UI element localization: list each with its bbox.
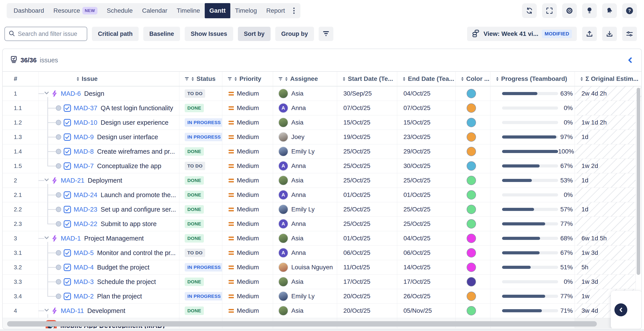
- horizontal-scrollbar[interactable]: [7, 321, 597, 326]
- progress-cell[interactable]: 53%: [490, 173, 574, 188]
- priority-cell[interactable]: Medium: [222, 275, 273, 289]
- status-cell[interactable]: DONE: [179, 275, 222, 289]
- status-cell[interactable]: DONE: [179, 173, 222, 188]
- status-cell[interactable]: DONE: [179, 202, 222, 216]
- help-button[interactable]: ?: [622, 3, 637, 18]
- estimate-cell[interactable]: 2w 4d 2h: [574, 86, 641, 101]
- start-date-cell[interactable]: 11/Oct/25: [337, 260, 397, 274]
- progress-cell[interactable]: 71%: [490, 303, 574, 318]
- end-date-cell[interactable]: 04/Oct/25: [397, 86, 455, 101]
- tab-dashboard[interactable]: Dashboard: [9, 3, 49, 18]
- color-cell[interactable]: [455, 202, 490, 216]
- priority-cell[interactable]: Medium: [222, 246, 273, 260]
- status-cell[interactable]: DONE: [179, 144, 222, 159]
- assignee-cell[interactable]: Louisa Nguyen: [273, 260, 337, 274]
- dependency-handle[interactable]: [56, 250, 61, 255]
- priority-cell[interactable]: Medium: [222, 159, 273, 173]
- progress-cell[interactable]: 100%: [490, 144, 574, 159]
- estimate-cell[interactable]: [574, 101, 641, 115]
- assignee-cell[interactable]: Emily Ly: [273, 202, 337, 216]
- estimate-cell[interactable]: 1d: [574, 130, 641, 144]
- issue-key-link[interactable]: MAD-2: [74, 293, 94, 300]
- estimate-cell[interactable]: 1w 1d 2h: [574, 115, 641, 130]
- dependency-handle[interactable]: [56, 207, 61, 212]
- status-cell[interactable]: IN PROGRESS: [179, 289, 222, 303]
- color-cell[interactable]: [455, 217, 490, 231]
- start-date-cell[interactable]: 20/Oct/25: [337, 289, 397, 303]
- progress-cell[interactable]: 0%: [490, 101, 574, 115]
- status-cell[interactable]: DONE: [179, 231, 222, 245]
- start-date-cell[interactable]: 15/Oct/25: [337, 115, 397, 130]
- more-tabs-button[interactable]: [290, 7, 298, 15]
- issue-key-link[interactable]: MAD-1: [61, 235, 81, 242]
- progress-cell[interactable]: 0%: [490, 188, 574, 202]
- issue-key-link[interactable]: MAD-22: [74, 220, 97, 228]
- estimate-cell[interactable]: [574, 217, 641, 231]
- progress-cell[interactable]: 67%: [490, 246, 574, 260]
- column-header-start-date-te-[interactable]: Start Date (Te...: [337, 72, 397, 86]
- end-date-cell[interactable]: 30/Oct/25: [397, 159, 455, 173]
- estimate-cell[interactable]: 1w 3d: [574, 246, 641, 260]
- start-date-cell[interactable]: 07/Oct/25: [337, 101, 397, 115]
- issue-key-link[interactable]: MAD-7: [74, 162, 94, 170]
- issue-collapse-chevron[interactable]: [44, 178, 49, 182]
- start-date-cell[interactable]: 25/Oct/25: [337, 202, 397, 216]
- issue-key-link[interactable]: MAD-21: [61, 177, 84, 184]
- issue-key-link[interactable]: MAD-8: [74, 148, 94, 155]
- dependency-handle[interactable]: [56, 163, 61, 169]
- column-header-issue[interactable]: Issue: [38, 72, 179, 86]
- status-cell[interactable]: IN PROGRESS: [179, 115, 222, 130]
- issue-key-link[interactable]: MAD-4: [74, 264, 94, 271]
- start-date-cell[interactable]: 30/Sep/25: [337, 86, 397, 101]
- assignee-cell[interactable]: Asia: [273, 303, 337, 318]
- start-date-cell[interactable]: 06/Oct/25: [337, 246, 397, 260]
- column-header--original-estim-[interactable]: Σ Original Estim...: [574, 72, 641, 86]
- issue-key-link[interactable]: MAD-10: [74, 119, 97, 126]
- estimate-cell[interactable]: [574, 144, 641, 159]
- issue-key-link[interactable]: MAD-24: [74, 191, 97, 199]
- color-cell[interactable]: [455, 289, 490, 303]
- issue-collapse-chevron[interactable]: [44, 308, 49, 313]
- end-date-cell[interactable]: 05/Nov/25: [397, 303, 455, 318]
- color-cell[interactable]: [455, 188, 490, 202]
- issue-key-link[interactable]: MAD-9: [74, 133, 94, 141]
- progress-cell[interactable]: 68%: [490, 231, 574, 245]
- assignee-cell[interactable]: Asia: [273, 173, 337, 188]
- end-date-cell[interactable]: 25/Oct/25: [397, 217, 455, 231]
- color-cell[interactable]: [455, 231, 490, 245]
- status-cell[interactable]: DONE: [179, 101, 222, 115]
- tab-resource[interactable]: ResourceNEW: [49, 3, 102, 18]
- start-date-cell[interactable]: 20/Oct/25: [337, 303, 397, 318]
- tab-schedule[interactable]: Schedule: [102, 3, 138, 18]
- estimate-cell[interactable]: 1w 2d: [574, 159, 641, 173]
- color-cell[interactable]: [455, 159, 490, 173]
- progress-cell[interactable]: 77%: [490, 289, 574, 303]
- assignee-cell[interactable]: Joey: [273, 130, 337, 144]
- progress-cell[interactable]: 51%: [490, 260, 574, 274]
- start-date-cell[interactable]: 25/Oct/25: [337, 173, 397, 188]
- priority-cell[interactable]: Medium: [222, 289, 273, 303]
- end-date-cell[interactable]: 15/Oct/25: [397, 115, 455, 130]
- assignee-cell[interactable]: AAnna: [273, 101, 337, 115]
- estimate-cell[interactable]: 1w 3d: [574, 275, 641, 289]
- column-header-color-[interactable]: Color ...: [455, 72, 490, 86]
- end-date-cell[interactable]: 06/Oct/25: [397, 246, 455, 260]
- start-date-cell[interactable]: 01/Oct/25: [337, 231, 397, 245]
- dependency-handle[interactable]: [56, 221, 61, 226]
- start-date-cell[interactable]: 17/Oct/25: [337, 275, 397, 289]
- column-header-progress-teamboard-[interactable]: Progress (Teamboard): [490, 72, 574, 86]
- status-cell[interactable]: DONE: [179, 303, 222, 318]
- tab-timelog[interactable]: Timelog: [230, 3, 262, 18]
- sort-by-button[interactable]: Sort by: [238, 27, 270, 41]
- show-issues-button[interactable]: Show Issues: [185, 27, 233, 41]
- priority-cell[interactable]: Medium: [222, 217, 273, 231]
- group-by-button[interactable]: Group by: [275, 27, 314, 41]
- estimate-cell[interactable]: 6w 1d 5h: [574, 231, 641, 245]
- end-date-cell[interactable]: 14/Oct/25: [397, 260, 455, 274]
- issue-key-link[interactable]: MAD-23: [74, 206, 97, 213]
- column-header-end-date-tea-[interactable]: End Date (Tea...: [397, 72, 455, 86]
- color-cell[interactable]: [455, 115, 490, 130]
- color-cell[interactable]: [455, 86, 490, 101]
- color-cell[interactable]: [455, 173, 490, 188]
- start-date-cell[interactable]: 25/Oct/25: [337, 159, 397, 173]
